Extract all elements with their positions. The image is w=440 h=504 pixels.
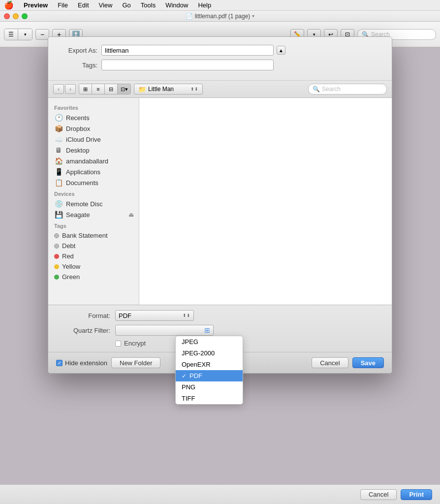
seagate-icon: 💾: [54, 211, 63, 219]
maximize-button[interactable]: [22, 13, 28, 19]
dropdown-item-label: JPEG-2000: [182, 349, 215, 357]
dropdown-item-tiff[interactable]: TIFF: [176, 393, 243, 404]
save-button[interactable]: Save: [352, 357, 384, 368]
dropdown-item-png[interactable]: PNG: [176, 381, 243, 393]
menu-window[interactable]: Window: [163, 1, 190, 9]
location-selector[interactable]: 📁 Little Man ⬆⬇: [134, 84, 203, 94]
sidebar-option-button[interactable]: ▾: [18, 29, 32, 40]
menu-go[interactable]: Go: [120, 1, 132, 9]
sidebar-item-dropbox[interactable]: 📦 Dropbox: [48, 123, 139, 134]
dropdown-item-label: TIFF: [182, 395, 195, 402]
tags-input[interactable]: [101, 60, 274, 70]
format-label: Format:: [56, 312, 110, 319]
sidebar-item-label: iCloud Drive: [66, 136, 101, 143]
quartz-select[interactable]: ⊞: [115, 325, 214, 336]
nav-search[interactable]: 🔍 Search: [308, 84, 387, 94]
sidebar-item-label: Yellow: [62, 263, 80, 270]
dropdown-item-pdf[interactable]: ✓ PDF: [176, 370, 243, 381]
window-bottom-bar: Cancel Print: [0, 484, 440, 504]
menu-preview[interactable]: Preview: [22, 1, 50, 9]
encrypt-label: Encrypt: [124, 340, 146, 347]
sidebar-item-bank-statement[interactable]: Bank Statement: [48, 230, 139, 241]
icloud-icon: ☁️: [54, 135, 63, 143]
tags-field: Tags:: [58, 60, 382, 70]
tag-dot-gray2: [54, 244, 59, 249]
dropdown-item-jpeg2000[interactable]: JPEG-2000: [176, 347, 243, 359]
favorites-header: Favorites: [48, 102, 139, 112]
sidebar-item-desktop[interactable]: 🖥 Desktop: [48, 145, 139, 156]
sidebar-item-documents[interactable]: 📋 Documents: [48, 177, 139, 188]
quartz-select-arrow: ⊞: [204, 326, 210, 334]
new-folder-button[interactable]: New Folder: [111, 357, 160, 368]
devices-header: Devices: [48, 188, 139, 198]
quartz-row: Quartz Filter: ⊞: [56, 325, 384, 336]
expand-button[interactable]: ▲: [277, 46, 285, 55]
sidebar-item-label: Desktop: [66, 147, 90, 154]
list-view-button[interactable]: ≡: [92, 84, 105, 94]
dropdown-item-label: PDF: [189, 372, 202, 379]
sidebar-item-green[interactable]: Green: [48, 272, 139, 282]
location-label: Little Man: [148, 86, 174, 93]
back-button[interactable]: ‹: [53, 84, 64, 94]
menu-tools[interactable]: Tools: [139, 1, 157, 9]
file-icon: 📄: [186, 13, 193, 20]
menu-edit[interactable]: Edit: [76, 1, 91, 9]
dropdown-item-jpeg[interactable]: JPEG: [176, 336, 243, 347]
tag-dot-green: [54, 275, 59, 280]
sidebar-item-remote-disc[interactable]: 💿 Remote Disc: [48, 198, 139, 209]
hide-extension-checkbox[interactable]: ✓: [56, 360, 63, 366]
bottom-print-button[interactable]: Print: [401, 489, 432, 500]
titlebar: 📄 littleman.pdf (1 page) ▾: [0, 11, 440, 22]
sidebar-item-label: Remote Disc: [66, 200, 102, 208]
sidebar-item-yellow[interactable]: Yellow: [48, 261, 139, 272]
sidebar-item-recents[interactable]: 🕐 Recents: [48, 112, 139, 123]
tags-label: Tags:: [58, 62, 97, 69]
sidebar-item-label: Bank Statement: [62, 232, 108, 239]
format-value: PDF: [119, 312, 131, 319]
dropbox-icon: 📦: [54, 125, 63, 132]
zoom-out-button[interactable]: −: [35, 29, 49, 40]
column-view-button[interactable]: ⊟: [105, 84, 118, 94]
format-select[interactable]: PDF ⬆⬇: [115, 310, 194, 321]
format-dropdown-popup: JPEG JPEG-2000 OpenEXR ✓ PDF PNG TIFF: [175, 336, 243, 405]
sidebar-toggle-button[interactable]: ☰: [4, 29, 18, 40]
encrypt-checkbox[interactable]: [115, 341, 121, 346]
format-row: Format: PDF ⬆⬇: [56, 310, 384, 321]
menu-help[interactable]: Help: [196, 1, 213, 9]
sidebar-item-applications[interactable]: 📱 Applications: [48, 166, 139, 177]
sidebar-item-debt[interactable]: Debt: [48, 241, 139, 251]
documents-icon: 📋: [54, 179, 63, 187]
menubar: 🍎 Preview File Edit View Go Tools Window…: [0, 0, 440, 11]
minimize-button[interactable]: [13, 13, 19, 19]
sidebar-item-icloud[interactable]: ☁️ iCloud Drive: [48, 134, 139, 145]
sidebar-item-seagate[interactable]: 💾 Seagate ⏏: [48, 209, 139, 220]
sidebar-item-label: amandaballard: [66, 158, 108, 165]
gallery-view-button[interactable]: ⊡▾: [118, 84, 130, 94]
dialog-nav: ‹ › ⊞ ≡ ⊟ ⊡▾ 📁 Little Man ⬆⬇ 🔍 Search: [48, 81, 392, 98]
icon-view-button[interactable]: ⊞: [79, 84, 92, 94]
sidebar-item-label: Debt: [62, 242, 75, 250]
dropdown-item-openexr[interactable]: OpenEXR: [176, 359, 243, 370]
nav-search-icon: 🔍: [313, 86, 320, 93]
chevron-down-icon[interactable]: ▾: [252, 13, 254, 19]
sidebar-item-label: Dropbox: [66, 125, 90, 132]
save-dialog: Export As: ▲ Tags: ‹ › ⊞ ≡ ⊟ ⊡▾ 📁 Little…: [48, 36, 392, 374]
dropdown-item-label: OpenEXR: [182, 361, 211, 368]
tag-dot-red: [54, 254, 59, 259]
dropdown-item-label: JPEG: [182, 338, 198, 346]
eject-button[interactable]: ⏏: [128, 211, 134, 218]
close-button[interactable]: [4, 13, 10, 19]
dialog-body: Favorites 🕐 Recents 📦 Dropbox ☁️ iCloud …: [48, 98, 392, 305]
menu-file[interactable]: File: [56, 1, 70, 9]
apple-menu[interactable]: 🍎: [4, 0, 14, 10]
export-input[interactable]: [101, 45, 274, 56]
location-chevron: ⬆⬇: [190, 87, 198, 92]
bottom-cancel-button[interactable]: Cancel: [360, 489, 397, 500]
sidebar-item-label: Green: [62, 273, 80, 281]
tag-dot-yellow: [54, 264, 59, 269]
sidebar-item-home[interactable]: 🏠 amandaballard: [48, 156, 139, 166]
sidebar-item-red[interactable]: Red: [48, 251, 139, 261]
forward-button[interactable]: ›: [65, 84, 76, 94]
menu-view[interactable]: View: [97, 1, 115, 9]
cancel-button[interactable]: Cancel: [312, 357, 348, 368]
